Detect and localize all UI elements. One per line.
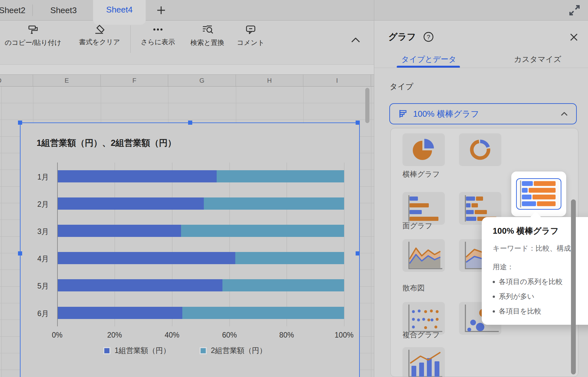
bar-segment-series2 <box>181 225 344 237</box>
ellipsis-icon <box>151 25 164 34</box>
column-header-E[interactable]: E <box>33 75 101 86</box>
bar-row <box>58 225 344 237</box>
sheet-tab-bar: Sheet2 Sheet3 <box>0 0 588 21</box>
x-tick-label: 40% <box>158 331 186 339</box>
bar-segment-series1 <box>58 197 204 210</box>
help-button[interactable]: ? <box>423 31 434 42</box>
column-header-G[interactable]: G <box>168 75 236 86</box>
legend-label: 2組営業額（円） <box>211 346 267 356</box>
combo-thumbnail-icon <box>402 347 445 377</box>
add-sheet-button[interactable] <box>153 3 169 18</box>
bar-segment-series2 <box>204 197 344 210</box>
category-label: 6月 <box>21 309 49 319</box>
gallery-group-label: 面グラフ <box>402 221 433 231</box>
find-replace-icon <box>201 25 213 35</box>
bar-row <box>58 197 344 210</box>
bar-segment-series1 <box>58 170 217 182</box>
bar-grouped-thumbnail-icon <box>402 192 445 225</box>
plot-gridline <box>115 163 115 326</box>
category-label: 3月 <box>21 227 49 237</box>
area-thumbnail-icon <box>402 239 445 272</box>
x-tick-label: 80% <box>272 331 301 339</box>
panel-title: グラフ <box>388 31 416 43</box>
toolbar-clear-format[interactable]: 書式をクリア <box>77 25 122 46</box>
bullet-dot-icon <box>493 310 495 313</box>
close-panel-button[interactable] <box>568 31 580 43</box>
bar-segment-series1 <box>58 279 222 291</box>
expand-diagonal-icon <box>567 3 582 17</box>
toolbar: のコピー/貼り付け 書式をクリア さらに表示 検索と置換 コメント <box>0 21 374 65</box>
toolbar-divider <box>130 25 131 53</box>
bar-100-thumbnail-icon <box>517 179 561 209</box>
tab-type-and-data[interactable]: タイプとデータ <box>393 52 464 67</box>
chart-type-area[interactable] <box>402 239 445 272</box>
column-header-I[interactable]: I <box>303 75 371 86</box>
column-header-D[interactable]: D <box>0 75 33 86</box>
donut-thumbnail-icon <box>459 133 501 166</box>
legend-swatch <box>200 347 207 354</box>
bullet-dot-icon <box>493 296 495 298</box>
selection-handle[interactable] <box>18 251 22 256</box>
plot-gridline <box>229 163 230 326</box>
legend-label: 1組営業額（円） <box>115 346 170 356</box>
chart-type-100-stacked-bar-selected[interactable] <box>516 178 561 210</box>
tooltip-bullet-text: 系列が多い <box>499 292 534 301</box>
chart-type-value: 100% 横棒グラフ <box>413 108 554 120</box>
collapse-toolbar-button[interactable] <box>348 34 363 46</box>
chevron-up-icon <box>560 111 568 116</box>
chart-type-donut[interactable] <box>459 133 501 166</box>
column-headers: DEFGHI <box>0 74 374 87</box>
sheet-scrollbar[interactable] <box>365 88 369 123</box>
category-label: 5月 <box>21 281 49 291</box>
x-tick-label: 60% <box>215 331 244 339</box>
plot-gridline <box>57 163 58 326</box>
selection-handle[interactable] <box>188 121 192 125</box>
chart-object[interactable]: 1組営業額（円）、2組営業額（円） 1月2月3月4月5月6月0%20%40%60… <box>20 122 360 377</box>
gallery-group-label: 複合グラフ <box>402 330 440 340</box>
expand-window-button[interactable] <box>566 3 583 18</box>
plot-gridline <box>287 163 287 326</box>
chart-title: 1組営業額（円）、2組営業額（円） <box>37 137 176 149</box>
bar-segment-series2 <box>217 170 344 182</box>
close-icon <box>569 32 579 42</box>
grid-column-line <box>371 87 371 377</box>
legend-item[interactable]: 1組営業額（円） <box>103 346 170 356</box>
panel-divider <box>374 0 374 377</box>
sheet-tab-sheet4-active[interactable]: Sheet4 <box>93 0 146 25</box>
selection-handle[interactable] <box>356 121 360 125</box>
paint-format-icon <box>28 25 39 35</box>
gallery-group-label: 散布図 <box>402 283 425 293</box>
bar-segment-series2 <box>222 279 344 291</box>
chart-type-dropdown[interactable]: 100% 横棒グラフ <box>389 103 577 124</box>
gallery-group-label: 横棒グラフ <box>402 169 440 179</box>
tab-customize[interactable]: カスタマイズ <box>502 52 573 67</box>
toolbar-find-replace[interactable]: 検索と置換 <box>186 25 229 47</box>
sheet-tab-sheet2[interactable]: Sheet2 <box>0 0 29 21</box>
plus-icon <box>156 5 167 16</box>
column-header-F[interactable]: F <box>101 75 168 86</box>
toolbar-comment[interactable]: コメント <box>233 25 268 47</box>
legend-item[interactable]: 2組営業額（円） <box>200 346 267 356</box>
selection-handle[interactable] <box>18 121 22 125</box>
panel-scrollbar[interactable] <box>571 199 576 374</box>
toolbar-paste-format[interactable]: のコピー/貼り付け <box>3 25 64 47</box>
selected-type-card <box>511 172 566 216</box>
panel-header-divider <box>374 68 588 68</box>
tooltip-bullet-text: 各項目を比較 <box>499 306 541 316</box>
comment-icon <box>245 25 256 35</box>
chart-type-pie[interactable] <box>402 133 445 166</box>
selection-handle[interactable] <box>356 251 360 256</box>
bar-segment-series2 <box>182 307 344 319</box>
chart-type-combo[interactable] <box>402 347 445 377</box>
eraser-icon <box>94 25 105 34</box>
chart-type-bar-grouped[interactable] <box>402 192 445 225</box>
toolbar-show-more[interactable]: さらに表示 <box>137 25 178 46</box>
chevron-up-icon <box>350 37 361 43</box>
bar-row <box>58 170 344 182</box>
sheet-tab-sheet3[interactable]: Sheet3 <box>39 0 89 21</box>
bar-segment-series1 <box>58 225 181 237</box>
column-header-H[interactable]: H <box>236 75 303 86</box>
bar-segment-series2 <box>235 252 344 264</box>
bar-segment-series1 <box>58 252 235 264</box>
x-tick-label: 20% <box>100 331 129 339</box>
